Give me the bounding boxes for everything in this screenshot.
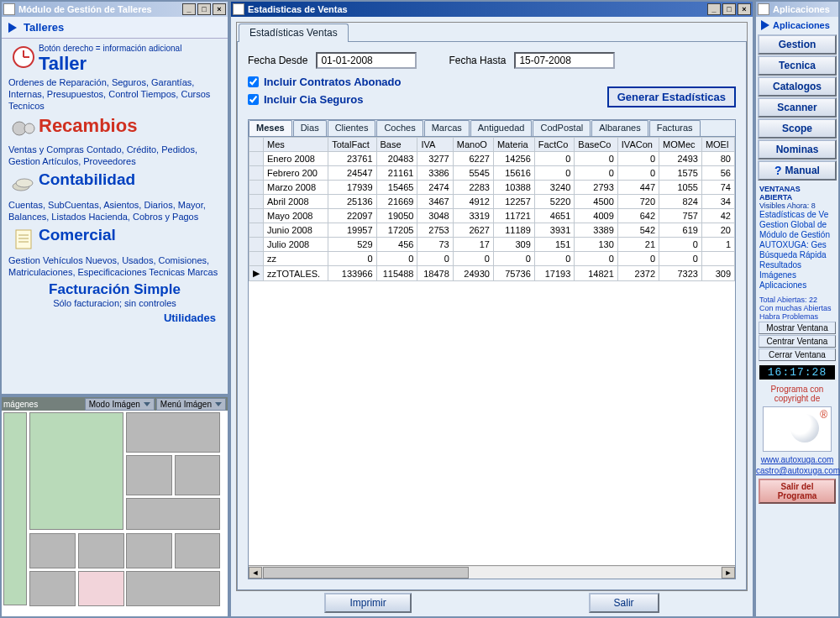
table-row[interactable]: Febrero 20024547211613386554515616000157… (249, 166, 735, 181)
cell[interactable]: 20 (701, 223, 734, 238)
generate-button[interactable]: Generar Estadísticas (607, 86, 736, 107)
horizontal-scrollbar[interactable]: ◄ ► (249, 565, 735, 579)
images-grid[interactable] (2, 411, 228, 616)
cell[interactable]: 15465 (376, 181, 417, 195)
grid-tab-coches[interactable]: Coches (376, 120, 423, 136)
input-fecha-desde[interactable] (316, 52, 417, 69)
cell[interactable]: 2793 (575, 181, 617, 195)
cell[interactable]: 2283 (453, 181, 493, 195)
cell[interactable]: 14821 (575, 266, 617, 281)
cell[interactable]: 23761 (328, 152, 376, 166)
cell[interactable]: 0 (534, 152, 575, 166)
cell[interactable]: 2493 (659, 152, 702, 166)
cell[interactable]: 21161 (376, 166, 417, 181)
cell[interactable]: 3389 (575, 223, 617, 238)
cell[interactable]: 1055 (659, 181, 702, 195)
cell[interactable]: 3048 (417, 209, 453, 223)
cell[interactable]: zz (264, 252, 328, 266)
cell[interactable]: Enero 2008 (264, 152, 328, 166)
cell[interactable]: 3386 (417, 166, 453, 181)
cell[interactable]: 24547 (328, 166, 376, 181)
cell[interactable]: 0 (575, 152, 617, 166)
grid-tab-meses[interactable]: Meses (249, 120, 292, 136)
cell[interactable]: 3931 (534, 223, 575, 238)
col-mes[interactable]: Mes (264, 138, 328, 152)
cell[interactable]: 11189 (493, 223, 534, 238)
grid-tab-albaranes[interactable]: Albaranes (591, 120, 648, 136)
app-button-catalogos[interactable]: Catalogos (758, 76, 837, 97)
cell[interactable]: 0 (328, 252, 376, 266)
cell[interactable]: 2753 (417, 223, 453, 238)
thumbnail[interactable] (78, 571, 124, 606)
cell[interactable]: 0 (659, 238, 702, 252)
cell[interactable]: 133966 (328, 266, 376, 281)
cell[interactable]: 20483 (376, 152, 417, 166)
col-iva[interactable]: IVA (417, 138, 453, 152)
cell[interactable]: Febrero 200 (264, 166, 328, 181)
cell[interactable]: 642 (617, 209, 659, 223)
chk-contratos[interactable]: Incluir Contratos Abonado (248, 76, 607, 88)
table-row[interactable]: Enero 2008237612048332776227142560002493… (249, 152, 735, 166)
cell[interactable]: 22097 (328, 209, 376, 223)
nav-utilidades[interactable]: Utilidades (8, 312, 221, 324)
thumbnail[interactable] (126, 533, 172, 568)
chk-seguros-box[interactable] (248, 94, 259, 105)
cell[interactable]: 0 (493, 252, 534, 266)
cell[interactable]: zzTOTALES. (264, 266, 328, 281)
grid-tab-dias[interactable]: Dias (293, 120, 327, 136)
image-mode-dropdown[interactable]: Modo Imágen (85, 398, 155, 411)
cell[interactable]: 1575 (659, 166, 702, 181)
cell[interactable] (701, 252, 734, 266)
table-row[interactable]: Marzo 2008179391546524742283103883240279… (249, 181, 735, 195)
window-list-item[interactable]: Estadísticas de Ve (759, 210, 835, 220)
print-button[interactable]: Imprimir (324, 593, 411, 613)
window-list[interactable]: Estadísticas de VeGestion Global deMódul… (756, 210, 838, 291)
col-totalfact[interactable]: TotalFact (328, 138, 376, 152)
cell[interactable]: 0 (534, 252, 575, 266)
cell[interactable]: 24930 (453, 266, 493, 281)
cell[interactable]: 56 (701, 166, 734, 181)
minimize-button[interactable]: _ (182, 3, 196, 15)
email-link[interactable]: castro@autoxuga.com (756, 466, 838, 475)
cell[interactable]: 6227 (453, 152, 493, 166)
cell[interactable]: 529 (328, 238, 376, 252)
cell[interactable]: 3319 (453, 209, 493, 223)
cell[interactable]: 25136 (328, 195, 376, 209)
table-row[interactable]: Mayo 20082209719050304833191172146514009… (249, 209, 735, 223)
cell[interactable]: 0 (534, 166, 575, 181)
nav-contabilidad[interactable]: Contabilidad (39, 170, 135, 189)
cell[interactable]: 619 (659, 223, 702, 238)
cell[interactable]: 2627 (453, 223, 493, 238)
cell[interactable]: 5220 (534, 195, 575, 209)
maximize-button[interactable]: □ (197, 3, 211, 15)
thumbnail[interactable] (175, 533, 220, 568)
col-baseco[interactable]: BaseCo (575, 138, 617, 152)
nav-taller[interactable]: Taller (39, 53, 221, 75)
app-button-gestion[interactable]: Gestion (758, 34, 837, 55)
table-row[interactable]: zz000000000 (249, 252, 735, 266)
col-moel[interactable]: MOEl (701, 138, 734, 152)
cell[interactable]: 0 (617, 252, 659, 266)
grid-tab-codpostal[interactable]: CodPostal (533, 120, 591, 136)
data-table[interactable]: MesTotalFactBaseIVAManoOMateriaFactCoBas… (249, 137, 735, 281)
cell[interactable]: 0 (659, 252, 702, 266)
cell[interactable]: 14256 (493, 152, 534, 166)
win-action-centrar-ventana[interactable]: Centrar Ventana (759, 335, 836, 348)
cell[interactable]: 130 (575, 238, 617, 252)
cell[interactable]: 757 (659, 209, 702, 223)
window-list-item[interactable]: Resultados (759, 260, 835, 270)
cell[interactable]: 456 (376, 238, 417, 252)
cell[interactable]: 3277 (417, 152, 453, 166)
nav-comercial[interactable]: Comercial (39, 226, 116, 244)
cell[interactable]: 2474 (417, 181, 453, 195)
app-button-nominas[interactable]: Nominas (758, 139, 837, 160)
thumbnail[interactable] (29, 571, 76, 606)
cell[interactable]: 0 (453, 252, 493, 266)
col-base[interactable]: Base (376, 138, 417, 152)
cell[interactable]: 0 (575, 166, 617, 181)
cell[interactable]: 17193 (534, 266, 575, 281)
cell[interactable]: 4009 (575, 209, 617, 223)
cell[interactable]: 2372 (617, 266, 659, 281)
close-button[interactable]: × (738, 3, 751, 15)
cell[interactable]: 4912 (453, 195, 493, 209)
